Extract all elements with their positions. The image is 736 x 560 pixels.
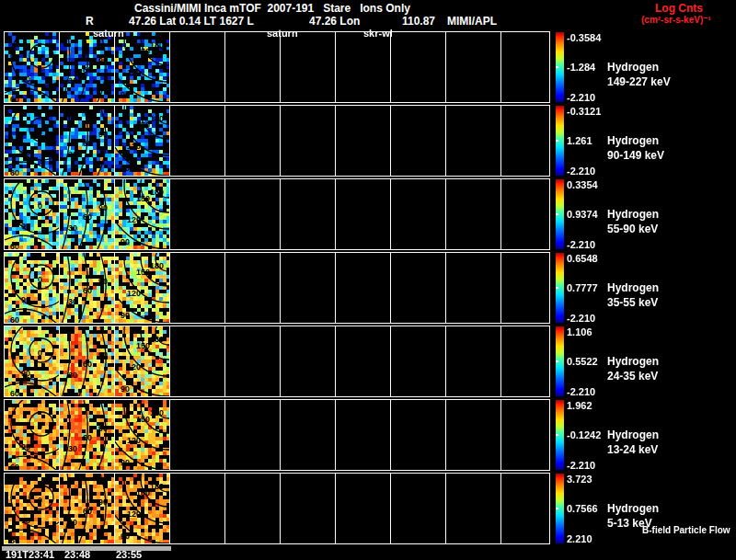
grid-line bbox=[114, 178, 115, 250]
grid-line bbox=[500, 252, 501, 324]
grid-line bbox=[335, 252, 336, 324]
colorbar-mid-value: 0.7566 bbox=[567, 504, 598, 514]
contour-label: 90 bbox=[121, 237, 130, 246]
colorbar-max-value: 3.723 bbox=[567, 474, 592, 485]
grid-line bbox=[280, 326, 281, 397]
contour-label: 90 bbox=[21, 148, 30, 157]
grid-line bbox=[169, 399, 170, 471]
grid-line bbox=[500, 178, 501, 250]
contour-label: 60 bbox=[10, 315, 19, 323]
colorbar-max-value: -0.3121 bbox=[567, 107, 601, 117]
contour-label: 90 bbox=[21, 74, 30, 84]
time-tick-label: 23:55 bbox=[116, 550, 142, 560]
grid-line bbox=[280, 252, 281, 324]
energy-row-24-35-keV: 09060306090901201501801.1060.5522-2.210H… bbox=[0, 326, 736, 399]
pitch-angle-contours: 0906030609090120150180 bbox=[5, 474, 170, 543]
grid-line bbox=[335, 178, 336, 250]
contour-label: 150 bbox=[136, 415, 150, 424]
contour-label: 60 bbox=[10, 536, 19, 543]
grid-line bbox=[59, 31, 60, 103]
grid-line bbox=[59, 252, 60, 324]
pitch-angle-contours: 0906030609090120150180 bbox=[5, 179, 170, 249]
energy-row-90-149-keV: 0906030609090120150180-0.31211.261-2.210… bbox=[0, 105, 736, 178]
contour-label: 90 bbox=[121, 458, 130, 467]
colorbar-max-value: -0.3584 bbox=[567, 33, 601, 43]
contour-label: 120 bbox=[127, 362, 141, 371]
grid-line bbox=[445, 399, 446, 471]
screenshot-root: Cassini/MIMI Inca mTOF 2007-191 Stare Io… bbox=[0, 0, 736, 560]
grid-line bbox=[114, 326, 115, 397]
time-tick-label: 191T23:41 bbox=[6, 550, 54, 560]
contour-label: 180 bbox=[150, 408, 164, 417]
contour-label: 150 bbox=[136, 268, 150, 277]
contour-label: 30 bbox=[68, 223, 77, 233]
grid-line bbox=[390, 399, 391, 471]
colorbar-mid-value: 0.5522 bbox=[567, 357, 598, 367]
grid-line bbox=[59, 105, 60, 177]
colorbar-min-value: -2.210 bbox=[567, 93, 595, 103]
contour-label: 120 bbox=[127, 509, 141, 519]
contour-label: 60 bbox=[10, 168, 19, 176]
grid-line bbox=[280, 105, 281, 177]
contour-label: 60 bbox=[10, 242, 19, 249]
colorbar-mid-value: 0.9374 bbox=[567, 210, 598, 220]
contour-label: 120 bbox=[127, 142, 141, 151]
species-label: Hydrogen bbox=[607, 209, 659, 220]
grid-line bbox=[335, 473, 336, 544]
colorbar-mid-tick bbox=[556, 508, 558, 509]
contour-label: 90 bbox=[98, 277, 108, 286]
colorbar-mid-tick bbox=[556, 360, 558, 362]
pitch-angle-contours: 0906030609090120150180 bbox=[5, 253, 170, 323]
colorbar-min-value: -2.210 bbox=[567, 314, 595, 324]
contour-label: 120 bbox=[127, 215, 141, 224]
contour-label: 90 bbox=[121, 311, 130, 320]
contour-label: 150 bbox=[136, 47, 150, 56]
grid-line bbox=[445, 326, 446, 397]
contour-label: 90 bbox=[21, 442, 30, 451]
contour-label: 0 bbox=[38, 275, 42, 284]
contour-label: 120 bbox=[127, 289, 141, 298]
contour-label: 150 bbox=[136, 341, 150, 350]
energy-row-55-90-keV: 09060306090901201501800.33540.9374-2.210… bbox=[0, 178, 736, 252]
grid-line bbox=[445, 252, 446, 324]
grid-line bbox=[445, 178, 446, 250]
grid-line bbox=[335, 105, 336, 177]
grid-line bbox=[59, 399, 60, 471]
contour-label: 180 bbox=[150, 188, 164, 197]
longitude-label: 47.26 Lon bbox=[309, 16, 360, 27]
grid-line bbox=[59, 178, 60, 250]
pitch-angle-contours: 0906030609090120150180 bbox=[5, 32, 170, 102]
colorbar-min-value: -2.210 bbox=[567, 240, 595, 250]
colorbar-mid-value: 0.7777 bbox=[567, 283, 598, 293]
colorbar-mid-tick bbox=[556, 287, 558, 289]
contour-label: 60 bbox=[83, 65, 92, 74]
radius-label: R bbox=[86, 16, 94, 27]
institution-label: MIMI/APL bbox=[447, 16, 497, 27]
bfield-flow-label: B-field Particle Flow bbox=[642, 526, 730, 535]
grid-line bbox=[169, 473, 170, 544]
energy-row-149-227-keV: 0906030609090120150180-0.3584-1.284-2.21… bbox=[0, 31, 736, 105]
colorbar-max-value: 0.6548 bbox=[567, 254, 598, 264]
pitch-angle-contours: 0906030609090120150180 bbox=[5, 106, 170, 176]
contour-label: 90 bbox=[21, 295, 30, 304]
grid-line bbox=[500, 105, 501, 177]
colorbar-mid-value: -0.1242 bbox=[567, 430, 601, 440]
energy-row-13-24-keV: 09060306090901201501801.962-0.1242-2.210… bbox=[0, 399, 736, 473]
event-label-skr-wl: skr-wl bbox=[363, 29, 393, 39]
grid-line bbox=[390, 31, 391, 103]
energy-range-label: 55-90 keV bbox=[607, 223, 658, 234]
grid-line bbox=[224, 105, 225, 177]
grid-line bbox=[500, 31, 501, 103]
contour-label: 60 bbox=[83, 507, 92, 516]
grid-line bbox=[335, 326, 336, 397]
contour-label: 90 bbox=[98, 497, 108, 507]
grid-line bbox=[169, 252, 170, 324]
grid-line bbox=[445, 473, 446, 544]
contour-label: 30 bbox=[68, 518, 77, 527]
contour-label: 180 bbox=[150, 114, 164, 123]
grid-line bbox=[224, 252, 225, 324]
contour-label: 60 bbox=[83, 286, 92, 295]
contour-label: 120 bbox=[127, 68, 141, 77]
contour-label: 60 bbox=[83, 139, 92, 148]
contour-label: 180 bbox=[150, 335, 164, 344]
